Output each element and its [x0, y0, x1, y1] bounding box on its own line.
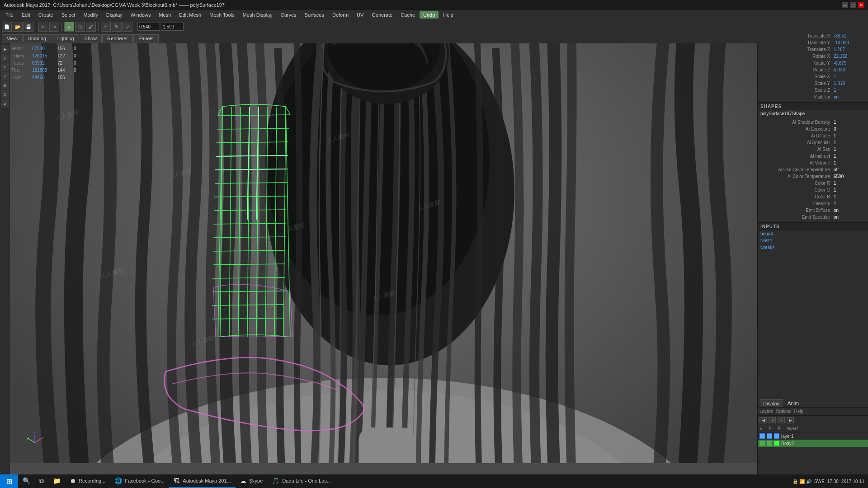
layers-subtab[interactable]: Layers	[760, 409, 773, 414]
menu-item-mesh-display[interactable]: Mesh Display	[239, 11, 276, 19]
shape-prop-value[interactable]: 1	[834, 160, 865, 165]
layer1-p-check[interactable]	[767, 433, 772, 439]
prop-value[interactable]: 1.287	[834, 47, 865, 52]
shape-prop-value[interactable]: 1	[834, 133, 865, 138]
view-tab-show[interactable]: Show	[80, 34, 102, 42]
taskbar-recording[interactable]: ⏺ Recording...	[65, 474, 110, 488]
layer-next-small-btn[interactable]: ▷	[778, 417, 785, 423]
toolbar-redo[interactable]: ↪	[49, 22, 59, 32]
prop-value[interactable]: -35.51	[834, 33, 865, 38]
layer-prev-btn[interactable]: ◀	[760, 417, 767, 423]
shape-prop-value[interactable]: on	[834, 208, 865, 213]
taskbar-explorer[interactable]: 📁	[48, 474, 65, 488]
menu-item-generate[interactable]: Generate	[368, 11, 396, 19]
shape-prop-value[interactable]: 1	[834, 181, 865, 186]
menu-item-create[interactable]: Create	[35, 11, 57, 19]
layer1-v-check[interactable]	[760, 433, 765, 439]
layer-item-layer1[interactable]: layer1	[758, 432, 868, 440]
toolbar-paint[interactable]: 🖌	[86, 22, 96, 32]
prop-value[interactable]: 1	[834, 74, 865, 79]
prop-value[interactable]: -10.023	[834, 40, 865, 45]
shape-prop-value[interactable]: on	[834, 215, 865, 220]
menu-item-surfaces[interactable]: Surfaces	[301, 11, 328, 19]
prop-value[interactable]: -6.679	[834, 61, 865, 66]
toolbar-value1[interactable]	[137, 23, 160, 31]
taskbar-facebook[interactable]: 🌐 Facebook - Goo...	[110, 474, 169, 488]
layer-item-body2[interactable]: Body2	[758, 440, 868, 447]
view-tab-renderer[interactable]: Renderer	[102, 34, 133, 42]
help-subtab[interactable]: Help	[794, 409, 803, 414]
shape-prop-value[interactable]: 6500	[834, 174, 865, 179]
toolbar-value2[interactable]	[161, 23, 184, 31]
left-btn-paint[interactable]: 🖌	[1, 99, 9, 108]
shape-prop-value[interactable]: 1	[834, 194, 865, 199]
view-tab-view[interactable]: View	[2, 34, 23, 42]
layer-next-btn[interactable]: ▶	[787, 417, 794, 423]
close-button[interactable]: ✕	[858, 2, 864, 8]
taskbar-spotify[interactable]: 🎵 Dada Life - One Las...	[267, 474, 335, 488]
body2-v-check[interactable]	[760, 441, 765, 446]
toolbar-rotate[interactable]: ↻	[112, 22, 122, 32]
input-item-tweak4[interactable]: tweak4	[758, 244, 868, 251]
left-btn-move[interactable]: ✛	[1, 54, 9, 62]
prop-value[interactable]: 1.319	[834, 81, 865, 86]
menu-item-help[interactable]: Help	[439, 11, 457, 19]
menu-item-windows[interactable]: Windows	[127, 11, 155, 19]
taskbar-search[interactable]: 🔍	[18, 474, 35, 488]
shape-prop-value[interactable]: 1	[834, 201, 865, 206]
input-item-twist4[interactable]: twist4	[758, 237, 868, 244]
shape-prop-value[interactable]: off	[834, 167, 865, 172]
toolbar-move[interactable]: ✛	[101, 22, 111, 32]
toolbar-new[interactable]: 📄	[2, 22, 12, 32]
layer1-r-check[interactable]	[774, 433, 779, 439]
menu-item-cache[interactable]: Cache	[397, 11, 419, 19]
toolbar-undo[interactable]: ↩	[38, 22, 48, 32]
minimize-button[interactable]: —	[842, 2, 848, 8]
input-item-bend4[interactable]: bend4	[758, 230, 868, 237]
menu-item-display[interactable]: Display	[103, 11, 126, 19]
shape-prop-value[interactable]: 0	[834, 127, 865, 131]
start-button[interactable]: ⊞	[0, 474, 18, 488]
prop-value[interactable]: 5.334	[834, 67, 865, 72]
body2-p-check[interactable]	[767, 441, 772, 446]
menu-item-undo[interactable]: Undo	[420, 11, 439, 19]
menu-item-modify[interactable]: Modify	[80, 11, 101, 19]
menu-item-select[interactable]: Select	[58, 11, 79, 19]
layer-prev-small-btn[interactable]: ◁	[769, 417, 776, 423]
view-tab-lighting[interactable]: Lighting	[52, 34, 79, 42]
body2-r-check[interactable]	[774, 441, 779, 446]
prop-value[interactable]: 1	[834, 88, 865, 93]
prop-value[interactable]: 22.166	[834, 54, 865, 59]
anim-tab[interactable]: Anim	[784, 399, 802, 407]
toolbar-lasso[interactable]: ⬡	[75, 22, 85, 32]
main-viewport[interactable]: 人人素材 人人素材 人人素材 人人素材 人人素材 人人素材 人人素材 人人素材 …	[10, 43, 757, 463]
taskbar-task-view[interactable]: ⧉	[35, 474, 48, 488]
toolbar-scale[interactable]: ⤢	[123, 22, 132, 32]
left-btn-scale[interactable]: ⤢	[1, 72, 9, 80]
prop-value[interactable]: on	[834, 94, 865, 99]
menu-item-curves[interactable]: Curves	[277, 11, 300, 19]
shape-prop-value[interactable]: 1	[834, 188, 865, 192]
menu-item-edit[interactable]: Edit	[18, 11, 34, 19]
taskbar-maya[interactable]: 🏗 Autodesk Maya 201...	[169, 474, 235, 488]
toolbar-open[interactable]: 📂	[13, 22, 23, 32]
shape-prop-value[interactable]: 1	[834, 120, 865, 125]
toolbar-select[interactable]: ◈	[64, 22, 74, 32]
options-subtab[interactable]: Options	[776, 409, 791, 414]
menu-item-uv[interactable]: UV	[353, 11, 367, 19]
left-btn-soft[interactable]: ⊙	[1, 90, 9, 99]
shape-prop-value[interactable]: 1	[834, 140, 865, 145]
left-btn-select[interactable]: ▶	[1, 45, 9, 53]
menu-item-mesh[interactable]: Mesh	[155, 11, 175, 19]
toolbar-save[interactable]: 💾	[24, 22, 33, 32]
menu-item-deform[interactable]: Deform	[329, 11, 352, 19]
menu-item-file[interactable]: File	[2, 11, 17, 19]
shape-prop-value[interactable]: 1	[834, 147, 865, 152]
left-btn-rotate[interactable]: ↻	[1, 63, 9, 71]
menu-item-edit-mesh[interactable]: Edit Mesh	[175, 11, 205, 19]
taskbar-skype[interactable]: ☁ Skype	[236, 474, 268, 488]
left-btn-universal[interactable]: ⊕	[1, 81, 9, 89]
display-tab[interactable]: Display	[760, 399, 783, 407]
view-tab-shading[interactable]: Shading	[23, 34, 51, 42]
view-tab-panels[interactable]: Panels	[133, 34, 159, 42]
